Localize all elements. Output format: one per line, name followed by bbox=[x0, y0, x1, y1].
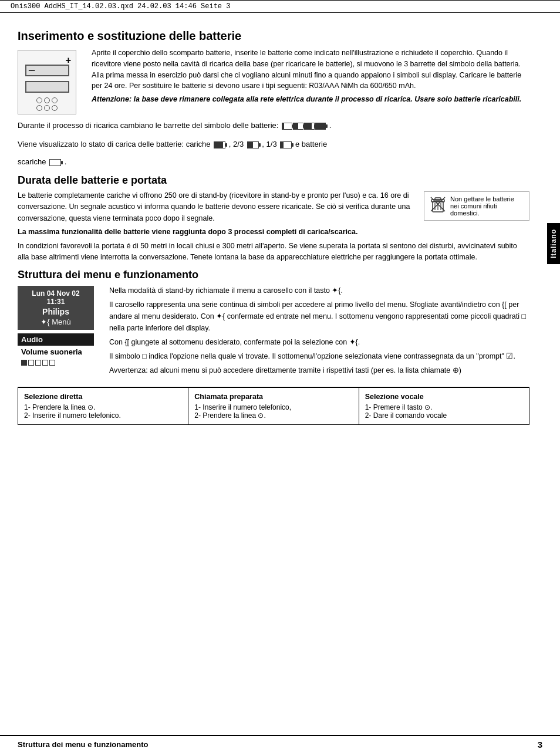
menu-para3: Con {[ giungete al sottomenu desiderato,… bbox=[109, 336, 529, 348]
menu-section: Lun 04 Nov 02 11:31 Philips ✦{ Menù Audi… bbox=[18, 285, 529, 379]
batt-one-tip bbox=[292, 143, 294, 147]
waste-text: Non gettare le batterie nei comuni rifiu… bbox=[450, 195, 524, 217]
phone-dots-row bbox=[18, 358, 94, 367]
box3-line2: 2- Dare il comando vocale bbox=[365, 411, 523, 420]
battery-text-block: Aprite il coperchio dello scomparto batt… bbox=[92, 48, 529, 114]
charging-icons bbox=[282, 123, 326, 130]
footer: Struttura dei menu e funzionamento 3 bbox=[0, 735, 560, 753]
batt-icon-3 bbox=[304, 123, 315, 130]
waste-icon-svg bbox=[429, 195, 447, 213]
state-text4: e batterie bbox=[295, 140, 327, 148]
section2-bold: La massima funzionalità delle batterie v… bbox=[18, 227, 529, 238]
charging-line: Durante il processo di ricarica cambiano… bbox=[18, 118, 529, 133]
period: . bbox=[65, 157, 67, 166]
battery-slots: ━━ bbox=[25, 65, 69, 93]
box3-title: Selezione vocale bbox=[365, 393, 523, 401]
state-text2: , 2/3 bbox=[229, 140, 244, 148]
menu-para2: Il carosello rappresenta una serie conti… bbox=[109, 299, 529, 334]
box-selezione-diretta: Selezione diretta 1- Prendere la linea ⊙… bbox=[18, 387, 188, 425]
dot-2 bbox=[44, 97, 50, 103]
batt-two-fill bbox=[248, 142, 253, 148]
batt-icon-1 bbox=[282, 123, 292, 130]
section3-title: Struttura dei menu e funzionamento bbox=[18, 269, 529, 281]
dot-5 bbox=[44, 105, 50, 111]
phone-screen: Lun 04 Nov 02 11:31 Philips ✦{ Menù bbox=[18, 286, 94, 330]
header-bar: Onis300 AddHS_IT_14.02.03.qxd 24.02.03 1… bbox=[0, 0, 560, 13]
box-selezione-vocale: Selezione vocale 1- Premere il tasto ⊙. … bbox=[359, 387, 529, 425]
section2-body2: In condizioni favorevoli la portata é di… bbox=[18, 241, 529, 264]
phone-menu-btn: ✦{ Menù bbox=[22, 318, 89, 326]
dot-empty-1 bbox=[28, 360, 34, 366]
batt-two-icon bbox=[247, 141, 259, 148]
section3: Struttura dei menu e funzionamento Lun 0… bbox=[18, 269, 529, 379]
main-content: Inserimento e sostituzione delle batteri… bbox=[0, 13, 560, 431]
empty-batt-line: scariche . bbox=[18, 154, 529, 170]
batt-icon-2 bbox=[293, 123, 303, 130]
slot-label: ━━ bbox=[29, 67, 35, 73]
batt-fill-4 bbox=[316, 123, 325, 129]
menu-item-volume: Volume suoneria bbox=[18, 346, 94, 358]
scariche-text: scariche bbox=[18, 157, 46, 166]
state-text1: Viene visualizzato lo stato di carica de… bbox=[18, 140, 211, 148]
menu-description: Nella modalità di stand-by richiamate il… bbox=[109, 285, 529, 379]
box1-line2: 2- Inserire il numero telefonico. bbox=[24, 411, 182, 420]
footer-label: Struttura dei menu e funzionamento bbox=[18, 740, 148, 749]
dot-4 bbox=[36, 105, 42, 111]
batt-full-icon bbox=[214, 141, 225, 148]
bottom-boxes: Selezione diretta 1- Prendere la linea ⊙… bbox=[18, 387, 529, 425]
side-tab: Italiano bbox=[547, 223, 560, 264]
section1-title: Inserimento e sostituzione delle batteri… bbox=[18, 29, 529, 43]
dot-empty-3 bbox=[42, 360, 48, 366]
dots-grid bbox=[36, 97, 58, 111]
box2-line1: 1- Inserire il numero telefonico, bbox=[194, 403, 352, 411]
svg-rect-2 bbox=[435, 198, 441, 200]
section2-title: Durata delle batterie e portata bbox=[18, 174, 529, 187]
batt-one-icon bbox=[280, 141, 292, 148]
box-chiamata-preparata: Chiamata preparata 1- Inserire il numero… bbox=[188, 387, 359, 425]
menu-item-audio: Audio bbox=[18, 333, 94, 346]
page: Onis300 AddHS_IT_14.02.03.qxd 24.02.03 1… bbox=[0, 0, 560, 753]
menu-para4: Il simbolo □ indica l'opzione nella qual… bbox=[109, 350, 529, 362]
box3-line1: 1- Premere il tasto ⊙. bbox=[365, 403, 523, 411]
dot-3 bbox=[52, 97, 58, 103]
footer-page: 3 bbox=[538, 740, 542, 749]
battery-warning: Attenzione: la base deve rimanere colleg… bbox=[92, 94, 529, 105]
phone-menu: Audio Volume suoneria bbox=[18, 333, 94, 367]
phone-display: Lun 04 Nov 02 11:31 Philips ✦{ Menù Audi… bbox=[18, 286, 100, 379]
box2-line2: 2- Prendere la linea ⊙. bbox=[194, 411, 352, 420]
dot-6 bbox=[52, 105, 58, 111]
box2-title: Chiamata preparata bbox=[194, 393, 352, 401]
batt-full-tip bbox=[225, 143, 227, 147]
batt-empty-icon bbox=[49, 159, 61, 166]
batt-icon-4 bbox=[315, 123, 326, 130]
battery-state-line: Viene visualizzato lo stato di carica de… bbox=[18, 137, 529, 152]
phone-date: Lun 04 Nov 02 11:31 bbox=[22, 289, 89, 306]
waste-bin-icon bbox=[429, 195, 447, 217]
dot-1 bbox=[36, 97, 42, 103]
charging-dot: . bbox=[329, 121, 332, 130]
batt-fill-1 bbox=[282, 123, 284, 129]
box1-line1: 1- Prendere la linea ⊙. bbox=[24, 403, 182, 411]
battery-slot-1: ━━ bbox=[25, 65, 69, 76]
batt-fill-3 bbox=[305, 123, 312, 129]
menu-para1: Nella modalità di stand-by richiamate il… bbox=[109, 285, 529, 296]
header-text: Onis300 AddHS_IT_14.02.03.qxd 24.02.03 1… bbox=[11, 2, 230, 11]
dot-empty-4 bbox=[49, 360, 55, 366]
dot-empty-2 bbox=[35, 360, 41, 366]
dot-filled bbox=[21, 360, 27, 366]
batt-empty-tip bbox=[61, 161, 63, 164]
battery-image: + ━━ bbox=[18, 50, 82, 114]
batt-tip-4 bbox=[326, 124, 328, 128]
phone-brand: Philips bbox=[22, 307, 89, 316]
batt-fill-2 bbox=[294, 123, 298, 129]
battery-section: + ━━ bbox=[18, 48, 529, 114]
batt-one-fill bbox=[281, 142, 284, 148]
menu-para5: Avvertenza: ad alcuni menu si può accede… bbox=[109, 364, 529, 376]
box1-title: Selezione diretta bbox=[24, 393, 182, 401]
waste-box: Non gettare le batterie nei comuni rifiu… bbox=[424, 191, 529, 221]
battery-slot-2 bbox=[25, 81, 69, 93]
charging-text: Durante il processo di ricarica cambiano… bbox=[18, 121, 278, 130]
batt-full-fill bbox=[214, 142, 222, 148]
section2: Durata delle batterie e portata bbox=[18, 174, 529, 263]
state-text3: , 1/3 bbox=[262, 140, 276, 148]
